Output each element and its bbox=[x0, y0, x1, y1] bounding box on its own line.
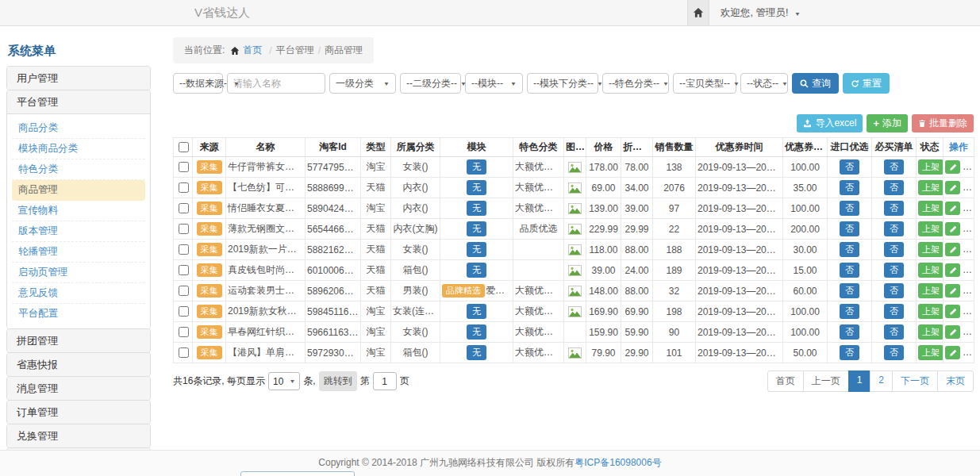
must-buy-toggle[interactable]: 否 bbox=[884, 201, 904, 216]
page-button-上一页[interactable]: 上一页 bbox=[803, 370, 849, 392]
status-badge[interactable]: 上架 bbox=[918, 221, 943, 236]
must-buy-toggle[interactable]: 否 bbox=[884, 263, 904, 278]
row-checkbox[interactable] bbox=[179, 286, 189, 296]
sidebar-item-splash-page-management[interactable]: 启动页管理 bbox=[12, 263, 145, 283]
sidebar-item-goods-category[interactable]: 商品分类 bbox=[12, 118, 145, 139]
level2-category-select[interactable]: --二级分类--▼ bbox=[400, 73, 461, 94]
import-select-toggle[interactable]: 否 bbox=[840, 345, 859, 360]
sidebar-section-saving-express[interactable]: 省惠快报 bbox=[7, 353, 150, 376]
sidebar-item-module-goods-category[interactable]: 模块商品分类 bbox=[12, 139, 145, 159]
sidebar-item-feature-category[interactable]: 特色分类 bbox=[12, 159, 145, 180]
edit-button[interactable] bbox=[945, 284, 960, 298]
row-checkbox[interactable] bbox=[179, 203, 189, 213]
import-select-toggle[interactable]: 否 bbox=[840, 324, 859, 340]
row-checkbox[interactable] bbox=[179, 162, 189, 172]
import-select-toggle[interactable]: 否 bbox=[840, 201, 859, 216]
must-buy-toggle[interactable]: 否 bbox=[884, 221, 904, 236]
status-badge[interactable]: 上架 bbox=[918, 263, 943, 278]
edit-button[interactable] bbox=[945, 263, 960, 277]
jump-button[interactable]: 跳转到 bbox=[319, 371, 357, 391]
sidebar-section-group-buy-management[interactable]: 拼团管理 bbox=[7, 329, 150, 352]
must-buy-toggle[interactable]: 否 bbox=[884, 180, 904, 195]
edit-button[interactable] bbox=[945, 202, 960, 215]
edit-button[interactable] bbox=[945, 160, 960, 174]
sidebar-section-order-management[interactable]: 订单管理 bbox=[7, 401, 150, 424]
name-input[interactable] bbox=[227, 73, 325, 94]
module-sub-category-select[interactable]: --模块下分类--▼ bbox=[527, 73, 598, 94]
coupon-time-cell: 2019-09-13—2019-09-20 bbox=[696, 198, 783, 219]
data-source-select[interactable]: --数据来源--▼ bbox=[173, 73, 223, 94]
row-checkbox[interactable] bbox=[179, 347, 189, 358]
add-button[interactable]: + 添加 bbox=[867, 114, 908, 132]
status-badge[interactable]: 上架 bbox=[918, 345, 943, 360]
row-checkbox[interactable] bbox=[179, 327, 189, 337]
feature-category-select[interactable]: --特色分类--▼ bbox=[602, 73, 669, 94]
column-header-operation: 操作 bbox=[943, 138, 974, 157]
import-select-toggle[interactable]: 否 bbox=[840, 304, 859, 319]
search-button[interactable]: 查询 bbox=[792, 73, 839, 94]
status-badge[interactable]: 上架 bbox=[918, 242, 943, 257]
import-select-cell: 否 bbox=[828, 281, 872, 301]
edit-button[interactable] bbox=[945, 181, 960, 194]
must-buy-toggle[interactable]: 否 bbox=[884, 304, 904, 319]
edit-button[interactable] bbox=[945, 305, 960, 318]
must-buy-toggle[interactable]: 否 bbox=[884, 324, 904, 340]
import-select-toggle[interactable]: 否 bbox=[840, 159, 859, 175]
page-button-首页[interactable]: 首页 bbox=[767, 370, 804, 392]
sidebar-item-goods-management[interactable]: 商品管理 bbox=[12, 180, 145, 201]
status-select[interactable]: --状态--▼ bbox=[740, 73, 788, 94]
per-page-select[interactable]: 10 ▼ bbox=[268, 372, 300, 390]
must-buy-toggle[interactable]: 否 bbox=[884, 345, 904, 360]
edit-button[interactable] bbox=[945, 325, 960, 339]
status-badge[interactable]: 上架 bbox=[918, 180, 943, 195]
row-checkbox[interactable] bbox=[179, 182, 189, 193]
edit-button[interactable] bbox=[945, 222, 960, 236]
status-badge[interactable]: 上架 bbox=[918, 159, 943, 175]
sidebar-section-user-management[interactable]: 用户管理 bbox=[7, 67, 150, 90]
row-checkbox[interactable] bbox=[179, 224, 189, 234]
jump-page-input[interactable] bbox=[373, 372, 397, 390]
status-badge[interactable]: 上架 bbox=[918, 283, 943, 298]
import-select-toggle[interactable]: 否 bbox=[840, 221, 859, 236]
sidebar-item-version-management[interactable]: 版本管理 bbox=[12, 221, 145, 242]
page-button-2[interactable]: 2 bbox=[870, 370, 893, 392]
sidebar-section-message-management[interactable]: 消息管理 bbox=[7, 377, 150, 400]
module-select[interactable]: --模块--▼ bbox=[465, 73, 523, 94]
import-select-toggle[interactable]: 否 bbox=[840, 283, 859, 298]
must-buy-toggle[interactable]: 否 bbox=[884, 283, 904, 298]
page-button-末页[interactable]: 末页 bbox=[937, 370, 974, 392]
page-button-1[interactable]: 1 bbox=[848, 370, 871, 392]
select-all-checkbox[interactable] bbox=[179, 142, 189, 152]
edit-button[interactable] bbox=[945, 243, 960, 256]
user-menu[interactable]: 欢迎您, 管理员! ▼ bbox=[721, 0, 801, 27]
breadcrumb-home-link[interactable]: 首页 bbox=[243, 44, 262, 57]
import-select-toggle[interactable]: 否 bbox=[840, 180, 859, 195]
status-badge[interactable]: 上架 bbox=[918, 304, 943, 319]
reset-button[interactable]: 重置 bbox=[843, 73, 890, 94]
level1-category-select[interactable]: 一级分类▼ bbox=[329, 73, 396, 94]
item-type-select[interactable]: --宝贝类型--▼ bbox=[673, 73, 736, 94]
sidebar-section-exchange-management[interactable]: 兑换管理 bbox=[7, 424, 150, 447]
status-badge[interactable]: 上架 bbox=[918, 201, 943, 216]
row-checkbox[interactable] bbox=[179, 265, 189, 275]
sidebar-item-platform-config[interactable]: 平台配置 bbox=[12, 304, 145, 324]
import-excel-button[interactable]: 导入excel bbox=[797, 114, 863, 132]
row-checkbox[interactable] bbox=[179, 244, 189, 255]
home-button[interactable] bbox=[687, 0, 709, 25]
edit-button[interactable] bbox=[945, 346, 960, 359]
source-cell: 采集 bbox=[193, 281, 226, 301]
row-checkbox[interactable] bbox=[179, 306, 189, 317]
sidebar-item-carousel-management[interactable]: 轮播管理 bbox=[12, 242, 145, 263]
status-badge[interactable]: 上架 bbox=[918, 324, 943, 340]
import-select-toggle[interactable]: 否 bbox=[840, 263, 859, 278]
sidebar-item-promo-material[interactable]: 宣传物料 bbox=[12, 201, 145, 221]
import-select-toggle[interactable]: 否 bbox=[840, 242, 859, 257]
must-buy-toggle[interactable]: 否 bbox=[884, 242, 904, 257]
page-button-下一页[interactable]: 下一页 bbox=[892, 370, 938, 392]
sidebar-section-platform-management[interactable]: 平台管理 bbox=[7, 90, 150, 113]
price-cell: 229.99 bbox=[586, 219, 621, 240]
batch-delete-button[interactable]: 批量删除 bbox=[912, 114, 974, 132]
icp-link[interactable]: 粤ICP备16098006号 bbox=[575, 457, 661, 468]
must-buy-toggle[interactable]: 否 bbox=[884, 159, 904, 175]
sidebar-item-feedback[interactable]: 意见反馈 bbox=[12, 283, 145, 304]
